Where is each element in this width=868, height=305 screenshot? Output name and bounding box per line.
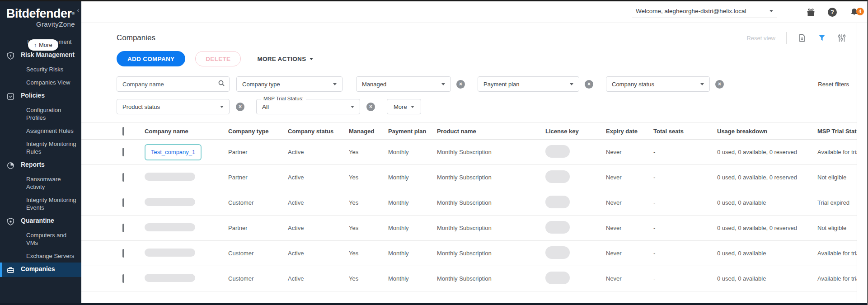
company-name-input[interactable] (117, 76, 230, 92)
column-header-managed[interactable]: Managed (344, 128, 384, 135)
select-all-checkbox[interactable] (122, 127, 124, 136)
sidebar-item-security-risks[interactable]: Security Risks (0, 63, 81, 76)
row-checkbox[interactable] (122, 198, 124, 207)
clear-msp-trial-filter-icon[interactable]: × (366, 103, 375, 111)
column-header-license-key[interactable]: License key (541, 128, 601, 135)
license-key-placeholder (545, 170, 570, 183)
sidebar-item-policies[interactable]: Policies (0, 89, 81, 103)
usage-breakdown-value: 0 used, 0 available, 0 reserved (713, 149, 813, 155)
company-status-filter[interactable]: Company status (606, 76, 710, 92)
msp-trial-status-filter[interactable]: MSP Trial Status: All (256, 99, 360, 114)
sidebar-item-label: Assignment Rules (26, 127, 74, 135)
sidebar-collapse-icon[interactable]: ‹ (77, 6, 80, 15)
sidebar-item-label: Risk Management (21, 51, 75, 59)
column-header-company-status[interactable]: Company status (283, 128, 344, 135)
gift-button[interactable] (805, 6, 816, 18)
table-row[interactable]: Customer Active Yes Monthly Monthly Subs… (81, 190, 867, 216)
sidebar-item-integrity-monitoring-events[interactable]: Integrity Monitoring Events (0, 193, 81, 214)
window-bottom-border (0, 303, 867, 305)
sidebar-item-label: Policies (21, 92, 45, 99)
column-header-payment-plan[interactable]: Payment plan (384, 128, 432, 135)
column-header-total-seats[interactable]: Total seats (649, 128, 713, 135)
user-menu[interactable]: Welcome, alegheorghe-distri@helix.local (632, 6, 777, 18)
total-seats-value: - (649, 199, 713, 206)
sidebar-item-exchange-servers[interactable]: Exchange Servers (0, 249, 81, 263)
license-key-placeholder (545, 272, 570, 284)
column-header-usage-breakdown[interactable]: Usage breakdown (713, 128, 813, 135)
clear-payment-plan-filter-icon[interactable]: × (585, 80, 593, 89)
company-name-cell (140, 173, 224, 182)
export-button[interactable] (798, 33, 807, 42)
company-name-link[interactable]: Test_company_1 (151, 149, 195, 155)
product-name-value: Monthly Subscription (432, 275, 541, 282)
sidebar-item-configuration-profiles[interactable]: Configuration Profiles (0, 103, 81, 124)
payment-plan-value: Monthly (384, 174, 432, 181)
product-status-filter[interactable]: Product status (117, 99, 230, 114)
sidebar-item-assignment-rules[interactable]: Assignment Rules (0, 124, 81, 137)
table-row[interactable]: Partner Active Yes Monthly Monthly Subsc… (81, 165, 867, 190)
table-settings-button[interactable] (837, 33, 846, 42)
expiry-date-value: Never (601, 275, 649, 282)
column-header-expiry-date[interactable]: Expiry date (601, 128, 649, 135)
reset-view-button[interactable]: Reset view (746, 35, 775, 42)
help-button[interactable]: ? (826, 6, 838, 18)
check-square-icon (6, 92, 16, 101)
scroll-more-button[interactable]: ↑ More (28, 39, 58, 51)
license-key-placeholder (545, 196, 570, 208)
more-filters-button[interactable]: More (387, 99, 421, 114)
company-name-cell: Test_company_1 (140, 144, 224, 160)
sidebar-item-reports[interactable]: Reports (0, 158, 81, 173)
notifications-button[interactable]: 4 (848, 6, 860, 18)
column-header-company-type[interactable]: Company type (224, 128, 283, 135)
expiry-date-value: Never (601, 199, 649, 206)
reset-filters-button[interactable]: Reset filters (818, 81, 849, 88)
table-row[interactable]: Partner Active Yes Monthly Monthly Subsc… (81, 216, 867, 241)
delete-button[interactable]: DELETE (195, 51, 241, 66)
sidebar-item-computers-and-vms[interactable]: Computers and VMs (0, 229, 81, 249)
sidebar-item-ransomware-activity[interactable]: Ransomware Activity (0, 173, 81, 193)
row-checkbox[interactable] (122, 249, 124, 258)
usage-breakdown-value: 0 used, 0 available (713, 275, 813, 282)
scrollbar-gutter[interactable] (857, 23, 867, 303)
sidebar: Bitdefender® GravityZone ‹ Tag Managemen… (0, 1, 81, 305)
table-row[interactable]: Customer Active Yes Monthly Monthly Subs… (81, 241, 867, 266)
row-checkbox[interactable] (122, 173, 124, 182)
sidebar-item-label: Configuration Profiles (26, 106, 79, 122)
company-status-value: Active (283, 149, 344, 155)
table-row[interactable]: Customer Active Yes Monthly Monthly Subs… (81, 266, 867, 291)
sidebar-item-integrity-monitoring-rules[interactable]: Integrity Monitoring Rules (0, 137, 81, 158)
clear-company-status-filter-icon[interactable]: × (715, 80, 724, 89)
brand-product: GravityZone (6, 20, 76, 28)
search-icon (218, 80, 225, 89)
company-type-value: Customer (224, 199, 283, 206)
sidebar-item-quarantine[interactable]: Quarantine (0, 214, 81, 229)
row-checkbox[interactable] (122, 224, 124, 232)
sidebar-item-companies-view[interactable]: Companies View (0, 76, 81, 89)
company-name-placeholder (145, 173, 195, 181)
row-checkbox[interactable] (122, 148, 124, 156)
payment-plan-filter[interactable]: Payment plan (478, 76, 579, 92)
clear-product-status-filter-icon[interactable]: × (236, 103, 244, 111)
more-actions-button[interactable]: MORE ACTIONS (257, 56, 313, 62)
company-type-filter[interactable]: Company type (236, 76, 343, 92)
company-name-cell (140, 198, 224, 207)
welcome-text: Welcome, alegheorghe-distri@helix.local (636, 8, 746, 14)
column-header-company-name[interactable]: Company name (140, 128, 224, 135)
filters-toggle-button[interactable] (817, 33, 826, 42)
expiry-date-value: Never (601, 149, 649, 155)
clear-managed-filter-icon[interactable]: × (456, 80, 465, 89)
company-status-value: Active (283, 250, 344, 257)
add-company-button[interactable]: ADD COMPANY (117, 51, 185, 66)
managed-filter[interactable]: Managed (356, 76, 451, 92)
filter-funnel-icon (817, 33, 826, 42)
company-status-value: Active (283, 174, 344, 181)
view-tools: Reset view (746, 32, 846, 44)
sidebar-item-label: Security Risks (26, 66, 63, 73)
row-checkbox[interactable] (122, 274, 124, 283)
sidebar-item-label: Integrity Monitoring Rules (26, 140, 79, 155)
chevron-down-icon (700, 83, 704, 85)
chevron-down-icon (351, 106, 354, 108)
column-header-product-name[interactable]: Product name (432, 128, 541, 135)
table-row[interactable]: Test_company_1 Partner Active Yes Monthl… (81, 140, 867, 165)
sidebar-item-companies[interactable]: Companies (0, 263, 81, 277)
